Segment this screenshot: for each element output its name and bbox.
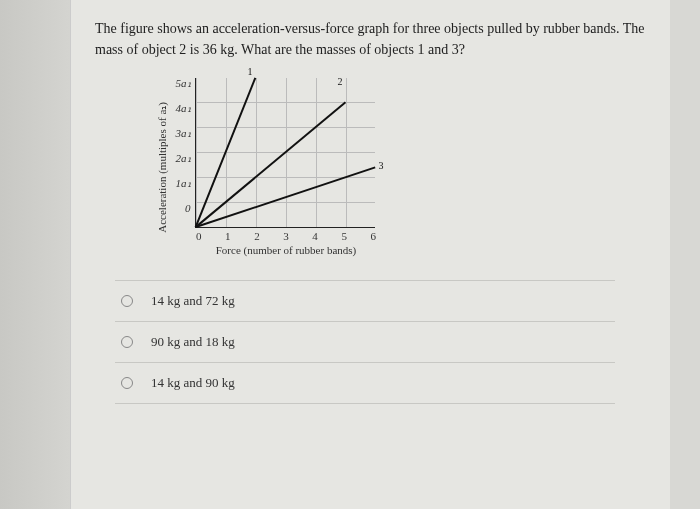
option-2[interactable]: 90 kg and 18 kg xyxy=(115,321,615,362)
chart-xlabel: Force (number of rubber bands) xyxy=(216,244,357,256)
chart: Acceleration (multiples of a₁) 5a₁ 4a₁ 3… xyxy=(155,78,646,256)
radio-icon xyxy=(121,377,133,389)
option-label: 14 kg and 72 kg xyxy=(151,293,235,309)
series-3 xyxy=(195,166,375,227)
option-label: 14 kg and 90 kg xyxy=(151,375,235,391)
chart-xticks: 0 1 2 3 4 5 6 xyxy=(196,230,376,242)
chart-ylabel: Acceleration (multiples of a₁) xyxy=(155,102,168,233)
series-3-label: 3 xyxy=(379,160,384,171)
radio-icon xyxy=(121,336,133,348)
answer-options: 14 kg and 72 kg 90 kg and 18 kg 14 kg an… xyxy=(115,280,615,404)
series-1 xyxy=(194,77,255,227)
series-2-label: 2 xyxy=(338,76,343,87)
series-1-label: 1 xyxy=(248,66,253,77)
option-label: 90 kg and 18 kg xyxy=(151,334,235,350)
radio-icon xyxy=(121,295,133,307)
question-text: The figure shows an acceleration-versus-… xyxy=(95,18,646,60)
series-2 xyxy=(195,101,346,227)
option-3[interactable]: 14 kg and 90 kg xyxy=(115,362,615,404)
chart-yticks: 5a₁ 4a₁ 3a₁ 2a₁ 1a₁ 0 xyxy=(176,78,191,228)
chart-plot-area: 1 2 3 xyxy=(195,78,375,228)
page-edge-shadow xyxy=(0,0,70,509)
page: The figure shows an acceleration-versus-… xyxy=(70,0,670,509)
option-1[interactable]: 14 kg and 72 kg xyxy=(115,280,615,321)
